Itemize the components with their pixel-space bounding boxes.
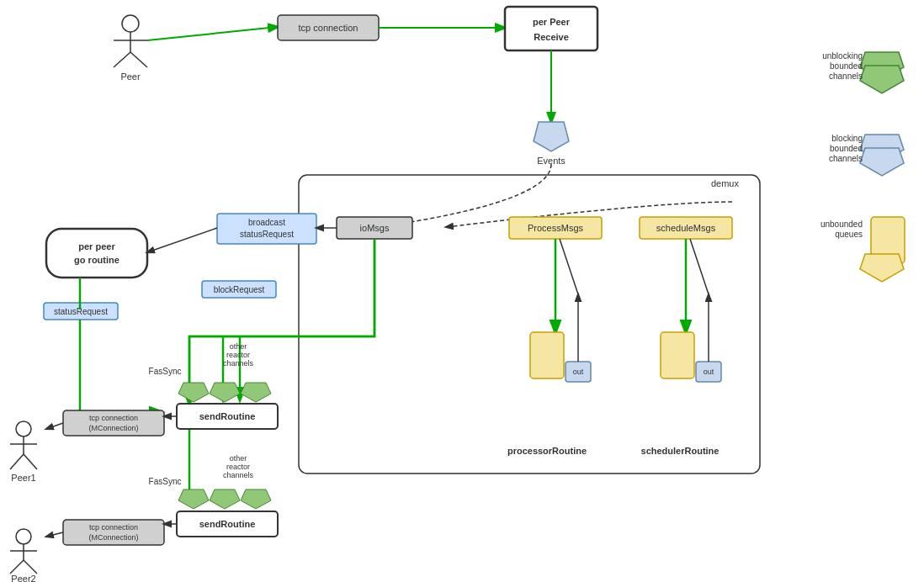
svg-text:other: other [230,342,247,351]
svg-text:sendRoutine: sendRoutine [199,519,256,529]
svg-line-90 [690,239,709,294]
svg-text:reactor: reactor [226,463,250,471]
svg-marker-103 [860,254,904,282]
svg-text:Peer2: Peer2 [11,574,35,582]
svg-rect-86 [661,332,694,378]
svg-text:out: out [573,368,584,376]
svg-marker-14 [534,122,569,151]
svg-text:Peer: Peer [120,71,141,82]
svg-marker-98 [860,148,904,176]
svg-text:statusRequest: statusRequest [240,230,294,239]
svg-text:bounded: bounded [830,144,863,153]
svg-marker-63 [210,489,240,509]
svg-text:broadcast: broadcast [248,218,285,227]
svg-text:Receive: Receive [534,32,569,42]
svg-text:processorRoutine: processorRoutine [507,446,587,456]
svg-text:ProcessMsgs: ProcessMsgs [528,223,584,233]
svg-text:per Peer: per Peer [533,17,571,27]
svg-text:channels: channels [829,71,863,81]
svg-text:tcp connection: tcp connection [89,523,138,532]
svg-line-55 [10,454,24,469]
svg-text:go routine: go routine [74,255,119,265]
svg-text:reactor: reactor [226,351,250,359]
svg-line-56 [24,454,37,469]
svg-marker-93 [860,66,904,93]
svg-marker-42 [178,383,209,402]
svg-line-31 [147,228,217,252]
svg-text:tcp connection: tcp connection [89,414,138,422]
svg-line-71 [46,532,63,537]
diagram-container: Peer tcp connection per Peer Receive Eve… [0,0,924,582]
svg-text:channels: channels [223,359,254,368]
svg-text:Peer1: Peer1 [11,473,35,483]
svg-line-83 [560,239,578,294]
svg-line-76 [24,560,37,574]
svg-text:blockRequest: blockRequest [214,285,265,294]
svg-rect-79 [530,332,564,378]
svg-text:(MConnection): (MConnection) [88,533,138,542]
svg-marker-64 [241,489,271,509]
svg-text:channels: channels [829,154,863,163]
svg-text:blocking: blocking [831,134,863,143]
svg-point-72 [16,529,31,544]
svg-text:channels: channels [223,471,254,479]
svg-text:FasSync: FasSync [149,367,182,376]
svg-text:other: other [230,454,247,463]
svg-text:bounded: bounded [830,61,863,71]
svg-point-0 [122,15,139,32]
svg-line-4 [130,52,147,67]
main-svg: Peer tcp connection per Peer Receive Eve… [0,0,924,582]
svg-text:sendRoutine: sendRoutine [199,411,256,421]
svg-point-52 [16,421,31,436]
svg-line-3 [114,52,130,67]
svg-text:tcp connection: tcp connection [299,23,358,33]
svg-text:(MConnection): (MConnection) [88,424,138,432]
svg-text:ioMsgs: ioMsgs [360,223,390,233]
svg-text:scheduleMsgs: scheduleMsgs [656,223,716,233]
svg-rect-10 [505,7,597,50]
svg-marker-62 [178,489,209,509]
svg-text:schedulerRoutine: schedulerRoutine [641,446,720,456]
svg-text:per peer: per peer [78,241,115,251]
svg-text:FasSync: FasSync [149,477,182,486]
svg-text:unblocking: unblocking [822,51,863,61]
svg-line-75 [10,560,24,574]
svg-marker-43 [210,383,240,402]
svg-line-51 [46,423,63,429]
svg-text:out: out [704,368,714,376]
svg-marker-44 [241,383,271,402]
svg-text:queues: queues [835,230,863,239]
svg-text:unbounded: unbounded [820,220,863,229]
svg-text:demux: demux [711,178,740,188]
svg-rect-28 [46,229,147,278]
svg-line-6 [147,27,278,40]
